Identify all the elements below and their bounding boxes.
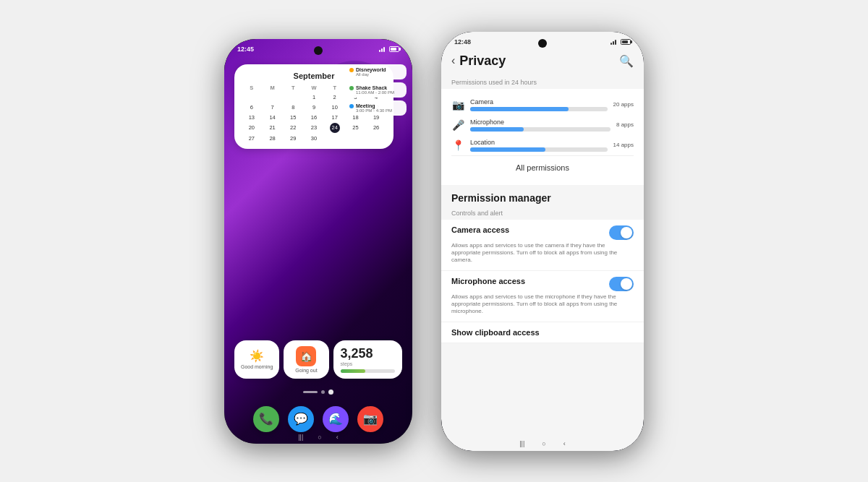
microphone-bar-bg (470, 127, 610, 132)
cal-hdr-t: T (283, 84, 303, 92)
battery-icon (621, 39, 631, 45)
steps-bar-fill (341, 369, 365, 373)
event-shake-shack[interactable]: Shake Shack 11:00 AM - 2:00 PM (345, 82, 407, 98)
page-title: Privacy (459, 53, 506, 69)
left-screen: 12:45 September S M (224, 39, 412, 444)
phone-app-icon[interactable]: 📞 (253, 406, 279, 432)
home-widget[interactable]: 🏠 Going out (284, 340, 328, 379)
permissions-list: 📷 Camera 20 apps 🎤 Micropho (441, 89, 644, 185)
controls-section-label: Controls and alert (441, 207, 644, 220)
sun-icon: ☀️ (250, 349, 264, 363)
messages-app-icon[interactable]: 💬 (288, 406, 314, 432)
location-icon: 📍 (451, 139, 464, 151)
cal-hdr-t2: T (325, 84, 345, 92)
weather-widget[interactable]: ☀️ Good morning (234, 340, 279, 379)
location-count: 14 apps (613, 142, 634, 148)
steps-label: steps (341, 361, 395, 366)
app-dock: 📞 💬 🌊 📷 (253, 406, 383, 432)
camera-bar-bg (470, 107, 608, 111)
event-dot (349, 68, 354, 72)
back-button[interactable]: ‹ (451, 54, 455, 67)
left-nav-bar: ||| ○ ‹ (224, 434, 412, 444)
microphone-access-desc: Allows apps and services to use the micr… (451, 293, 634, 316)
location-bar-fill (470, 147, 545, 152)
signal-icon (379, 46, 386, 52)
events-panel: Disneyworld All day Shake Shack 11:00 AM… (345, 64, 407, 116)
right-back-button[interactable]: ‹ (563, 440, 566, 447)
cal-hdr-s: S (242, 84, 262, 92)
steps-count: 3,258 (341, 346, 395, 361)
page-indicators (303, 390, 333, 395)
left-phone: 12:45 September S M (224, 39, 412, 444)
phones-container: 12:45 September S M (224, 32, 644, 451)
event-dot (349, 86, 354, 90)
left-status-icons (379, 46, 399, 52)
left-camera-notch (314, 46, 323, 55)
page-dot (321, 390, 325, 394)
cal-hdr-m: M (263, 84, 283, 92)
privacy-content: Permissions used in 24 hours 📷 Camera 20… (441, 73, 644, 434)
microphone-icon: 🎤 (451, 119, 464, 131)
event-dot (349, 104, 354, 108)
microphone-label: Microphone (470, 119, 610, 126)
all-permissions-button[interactable]: All permissions (451, 155, 634, 179)
privacy-header: ‹ Privacy 🔍 (441, 48, 644, 73)
camera-icon: 📷 (451, 99, 464, 111)
battery-fill (622, 40, 628, 43)
microphone-access-title: Microphone access (451, 277, 525, 285)
microphone-bar-fill (470, 127, 524, 132)
calendar-today[interactable]: 24 (330, 123, 340, 133)
battery-icon (389, 46, 399, 52)
steps-widget[interactable]: 3,258 steps (333, 340, 402, 379)
microphone-access-toggle[interactable] (609, 277, 634, 291)
location-label: Location (470, 139, 608, 146)
right-recents-button[interactable]: ||| (519, 440, 524, 447)
back-button[interactable]: ‹ (336, 434, 339, 441)
microphone-permission-row[interactable]: 🎤 Microphone 8 apps (451, 115, 634, 135)
home-icon: 🏠 (296, 346, 316, 366)
camera-access-desc: Allows apps and services to use the came… (451, 242, 634, 264)
cal-hdr-w: W (304, 84, 324, 92)
recents-button[interactable]: ||| (298, 434, 303, 441)
samsung-app-icon[interactable]: 🌊 (323, 406, 349, 432)
search-icon[interactable]: 🔍 (619, 54, 634, 68)
permission-manager-title: Permission manager (441, 185, 644, 207)
right-time: 12:48 (454, 38, 471, 46)
right-home-button[interactable]: ○ (542, 440, 545, 447)
widgets-row: ☀️ Good morning 🏠 Going out 3,258 steps (234, 340, 402, 379)
microphone-access-control: Microphone access Allows apps and servic… (441, 271, 644, 322)
event-meeting[interactable]: Meeting 3:00 PM - 4:30 PM (345, 100, 407, 116)
right-camera-notch (538, 39, 547, 48)
location-permission-row[interactable]: 📍 Location 14 apps (451, 135, 634, 155)
left-time: 12:45 (237, 46, 254, 53)
battery-fill (391, 48, 396, 51)
camera-count: 20 apps (613, 101, 634, 108)
signal-icon (610, 39, 618, 45)
event-disneyworld[interactable]: Disneyworld All day (345, 64, 407, 79)
right-nav-bar: ||| ○ ‹ (441, 436, 644, 451)
home-button[interactable]: ○ (318, 434, 321, 441)
camera-bar-fill (470, 107, 569, 111)
microphone-count: 8 apps (616, 121, 634, 128)
camera-access-title: Camera access (451, 225, 509, 234)
camera-label: Camera (470, 98, 608, 106)
weather-label: Good morning (241, 364, 273, 369)
steps-bar-bg (341, 369, 395, 373)
camera-permission-row[interactable]: 📷 Camera 20 apps (451, 95, 634, 115)
home-label: Going out (295, 368, 317, 373)
right-phone: 12:48 ‹ Privacy 🔍 (441, 32, 644, 451)
right-screen: 12:48 ‹ Privacy 🔍 (441, 32, 644, 451)
right-status-icons (610, 39, 631, 45)
page-dot-active (328, 390, 333, 395)
camera-access-toggle[interactable] (609, 225, 634, 240)
permissions-section-label: Permissions used in 24 hours (441, 73, 644, 89)
camera-app-icon[interactable]: 📷 (357, 406, 383, 432)
page-dash (303, 391, 318, 393)
camera-access-control: Camera access Allows apps and services t… (441, 220, 644, 271)
location-bar-bg (470, 147, 608, 152)
clipboard-access-title: Show clipboard access (451, 328, 540, 337)
clipboard-access-control: Show clipboard access (441, 322, 644, 343)
